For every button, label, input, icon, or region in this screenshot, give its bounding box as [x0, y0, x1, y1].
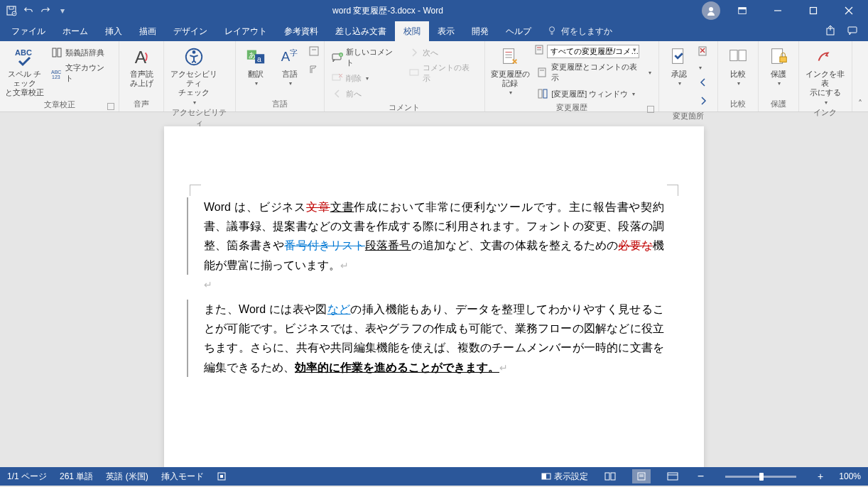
tab-insert[interactable]: 挿入 — [97, 21, 131, 41]
svg-rect-36 — [410, 70, 418, 75]
maximize-button[interactable] — [797, 0, 830, 21]
zoom-in[interactable]: + — [815, 471, 826, 482]
svg-point-9 — [550, 26, 555, 31]
track-changes-button[interactable]: 変更履歴の 記録▾ — [489, 43, 532, 97]
group-speech-label: 音声 — [124, 97, 159, 111]
tab-view[interactable]: 表示 — [429, 21, 463, 41]
group-proofing-label: 文章校正 — [4, 98, 114, 112]
language-button[interactable]: A字言語▾ — [274, 43, 305, 87]
macro-recorder[interactable] — [217, 471, 227, 481]
tab-design[interactable]: デザイン — [165, 21, 216, 41]
zoom-level[interactable]: 100% — [839, 471, 861, 481]
paragraph-2[interactable]: また、Word には表や図などの挿入機能もあり、データを整理してわかりやすく見せ… — [187, 300, 664, 377]
inserted-text: 段落番号 — [365, 239, 411, 251]
tab-layout[interactable]: レイアウト — [216, 21, 276, 41]
paragraph-1[interactable]: Word は、ビジネス文章文書作成において非常に便利なツールです。主に報告書や契… — [187, 197, 664, 275]
close-button[interactable] — [832, 0, 865, 21]
page-count[interactable]: 1/1 ページ — [7, 471, 47, 483]
document-area[interactable]: Word は、ビジネス文章文書作成において非常に便利なツールです。主に報告書や契… — [0, 112, 868, 467]
tab-developer[interactable]: 開発 — [463, 21, 497, 41]
minimize-button[interactable] — [761, 0, 794, 21]
read-mode-view[interactable] — [601, 469, 619, 483]
lang-small-2[interactable] — [308, 64, 320, 78]
reviewing-pane-button[interactable]: [変更履歴] ウィンドウ▾ — [534, 87, 654, 101]
comments-icon[interactable] — [847, 25, 858, 38]
ribbon-display-options[interactable] — [726, 0, 759, 21]
next-comment-button: 次へ — [406, 45, 479, 60]
deleted-text: 文章 — [306, 201, 330, 213]
delete-comment-button: 削除▾ — [329, 71, 403, 85]
inserted-text: など — [327, 303, 351, 315]
insert-mode[interactable]: 挿入モード — [161, 471, 204, 483]
blank-paragraph[interactable]: ↵ — [204, 275, 664, 294]
tab-review[interactable]: 校閲 — [395, 21, 429, 41]
tab-help[interactable]: ヘルプ — [497, 21, 540, 41]
tab-references[interactable]: 参考資料 — [276, 21, 327, 41]
compare-button[interactable]: 比較▾ — [722, 43, 754, 87]
display-for-review-icon — [534, 44, 546, 58]
margin-marker — [667, 185, 678, 196]
tell-me-search[interactable]: 何をしますか — [540, 21, 619, 41]
deleted-text: 番号付きリスト — [284, 239, 364, 251]
svg-rect-28 — [310, 47, 318, 55]
deleted-text: 必要な — [618, 239, 653, 251]
autosave-icon[interactable] — [6, 5, 17, 16]
show-markup-button[interactable]: 変更履歴とコメントの表示▾ — [534, 60, 654, 84]
thesaurus-button[interactable]: 類義語辞典 — [48, 45, 115, 60]
menu-bar: ファイル ホーム 挿入 描画 デザイン レイアウト 参考資料 差し込み文書 校閲… — [0, 21, 868, 41]
hide-ink-button[interactable]: インクを非表 示にする▾ — [803, 43, 847, 106]
protect-button[interactable]: 保護▾ — [763, 43, 794, 87]
tracking-dialog-launcher[interactable] — [647, 106, 654, 113]
accept-button[interactable]: 承認▾ — [663, 43, 695, 87]
tab-home[interactable]: ホーム — [54, 21, 97, 41]
paragraph-mark: ↵ — [499, 362, 508, 373]
svg-rect-4 — [739, 8, 747, 10]
svg-rect-65 — [668, 473, 678, 480]
accessibility-check-button[interactable]: アクセシビリティ チェック▾ — [168, 43, 219, 106]
display-settings[interactable]: 表示設定 — [541, 471, 588, 483]
svg-text:ABC: ABC — [51, 70, 61, 75]
tab-file[interactable]: ファイル — [3, 21, 54, 41]
svg-rect-53 — [739, 50, 746, 61]
collapse-ribbon-icon[interactable]: ˄ — [858, 99, 862, 109]
web-layout-view[interactable] — [663, 469, 682, 483]
print-layout-view[interactable] — [632, 469, 651, 483]
word-count[interactable]: 261 単語 — [60, 471, 93, 483]
undo-icon[interactable] — [23, 5, 34, 16]
page[interactable]: Word は、ビジネス文章文書作成において非常に便利なツールです。主に報告書や契… — [164, 126, 704, 467]
svg-text:字: 字 — [290, 48, 298, 57]
svg-rect-55 — [780, 57, 786, 62]
svg-text:あ: あ — [248, 51, 255, 59]
group-tracking-label: 変更履歴 — [489, 101, 655, 115]
qat-customize-icon[interactable]: ▾ — [57, 5, 68, 16]
svg-rect-6 — [810, 8, 817, 14]
prev-comment-button: 前へ — [329, 87, 403, 101]
zoom-slider[interactable] — [725, 476, 796, 478]
tab-draw[interactable]: 描画 — [131, 21, 165, 41]
next-change-button[interactable] — [698, 95, 713, 109]
translate-button[interactable]: あa翻訳▾ — [240, 43, 271, 87]
read-aloud-button[interactable]: A音声読 み上げ — [124, 43, 159, 88]
svg-text:ABC: ABC — [15, 48, 32, 57]
svg-text:+: + — [340, 53, 342, 58]
svg-rect-16 — [58, 48, 61, 57]
proofing-dialog-launcher[interactable] — [107, 103, 114, 110]
reject-button[interactable]: ▾ — [698, 45, 713, 72]
prev-change-button[interactable] — [698, 77, 713, 91]
new-comment-button[interactable]: +新しいコメント — [329, 45, 403, 70]
inserted-text: 文書 — [330, 201, 354, 213]
group-protect-label: 保護 — [763, 97, 794, 111]
zoom-out[interactable]: − — [695, 470, 707, 483]
tab-mailings[interactable]: 差し込み文書 — [327, 21, 395, 41]
redo-icon[interactable] — [40, 5, 51, 16]
svg-rect-60 — [605, 473, 609, 480]
window-title: word 変更履歴-3.docx - Word — [74, 5, 702, 17]
svg-text:A: A — [135, 48, 147, 67]
share-icon[interactable] — [825, 25, 837, 38]
spellcheck-button[interactable]: ABC スペル チェック と文章校正 — [4, 43, 45, 98]
language-status[interactable]: 英語 (米国) — [106, 471, 148, 483]
display-for-review-combo[interactable]: すべての変更履歴/コメ… — [547, 45, 639, 58]
account-avatar[interactable] — [702, 1, 720, 20]
lang-small-1[interactable] — [308, 45, 320, 60]
wordcount-button[interactable]: ABC123文字カウント — [48, 61, 115, 85]
